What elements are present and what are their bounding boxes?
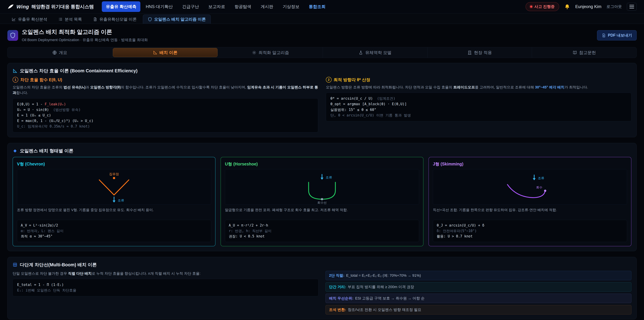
pdf-export-icon	[602, 33, 606, 38]
collection-point-dot	[113, 177, 115, 179]
tab-spill-analysis[interactable]: 유출유 확산분석	[7, 15, 52, 24]
section-tab-overview[interactable]: 개요	[8, 47, 112, 58]
multiboom-title: 다단계 차단선(Multi-Boom) 배치 이론	[12, 262, 632, 268]
u-boom-formula-block: A_U = π·r²/2 + 2r·h r: 반경, h: 직선부 길이 권장:…	[225, 220, 419, 242]
sub-tabbar: 유출유 확산분석 분석 목록 유출유확산모델 이론 오일펜스 배치 알고리즘 이…	[0, 14, 644, 24]
nav-item-weather[interactable]: 기상정보	[278, 1, 304, 12]
multiboom-left-column: 단일 오일펜스로 차단 불가한 경우 직렬 다단 배치로 누적 차단 효율을 향…	[12, 271, 318, 296]
user-name[interactable]: Eunjeong Kim	[575, 4, 602, 9]
menu-button[interactable]	[627, 3, 636, 11]
grid-icon	[12, 262, 18, 267]
section-tab-deployment-theory[interactable]: 배치 이론	[113, 48, 218, 57]
current-label: 조류	[118, 199, 124, 202]
document-icon	[93, 17, 97, 22]
brand[interactable]: Wing 해양환경 위기대응 통합시스템	[8, 3, 94, 10]
brand-name: Wing	[16, 4, 29, 10]
chart-icon	[12, 17, 16, 22]
nav-item-integrated-search[interactable]: 통합조회	[305, 1, 330, 12]
j-boom-diagram: 조류 회수	[433, 169, 627, 205]
j-boom-title: J형 (Skimming)	[433, 161, 627, 167]
section-tab-optimization-algorithm[interactable]: 최적화 알고리즘	[218, 47, 323, 58]
optimal-angle-formula-block: θ* = arcsin(U_c / U) (임계조건) θ_opt = argm…	[326, 93, 632, 121]
logout-button[interactable]: 로그아웃	[606, 4, 622, 9]
containment-efficiency-title: 오일펜스 차단 효율 이론 (Boom Containment Efficien…	[12, 68, 632, 74]
note-two-stage-series: 2단 직렬: E_total = E₁+E₂-E₁·E₂ (예: 70%+70%…	[326, 271, 632, 280]
nav-item-board[interactable]: 게시판	[256, 1, 277, 12]
efficiency-function-formula-block: E(θ,U) = 1 - F_leak(Uₙ) Uₙ = U · sin(θ) …	[12, 98, 318, 133]
nav-item-hns[interactable]: HNS·대기확산	[142, 1, 177, 12]
tab-boom-algorithm-theory[interactable]: 오일펜스 배치 알고리즘 이론	[143, 15, 211, 24]
flask-icon	[358, 50, 363, 55]
triangle-ruler-icon	[153, 50, 158, 55]
triangle-ruler-icon	[12, 69, 18, 73]
gear-icon	[252, 50, 256, 55]
page-header-text: 오일펜스 배치 최적화 알고리즘 이론 Oil Boom Deployment …	[22, 28, 148, 43]
u-boom-diagram: 조류 회수선	[225, 169, 419, 205]
globe-icon	[52, 50, 57, 55]
bell-icon[interactable]	[564, 4, 570, 10]
app-title: 해양환경 위기대응 통합시스템	[31, 4, 94, 10]
nav-item-aerial-search[interactable]: 항공탐색	[230, 1, 255, 12]
boom-shapes-card: 오일펜스 배치 형태별 이론 V형 (Chevron) 집유점 조류 조류 방향…	[8, 143, 636, 251]
current-label: 조류	[326, 176, 332, 179]
efficiency-function-heading: 1 차단 효율 함수 E(θ, U)	[12, 77, 318, 83]
circled-number-1: 1	[12, 77, 18, 83]
wing-logo-icon	[8, 3, 14, 10]
section-tab-field-application[interactable]: 현장 적용	[428, 47, 532, 58]
pdf-export-button[interactable]: PDF 내보내기	[597, 30, 636, 41]
v-boom-title: V형 (Chevron)	[17, 161, 211, 167]
multiboom-notes: 2단 직렬: E_total = E₁+E₂-E₁·E₂ (예: 70%+70%…	[326, 271, 632, 314]
u-boom-title: U형 (Horseshoe)	[225, 161, 419, 167]
page-shield-icon	[8, 30, 18, 41]
note-stage-spacing: 단간 거리: 부표 집적 방지를 위해 ≥ 200m 이격 권장	[326, 282, 632, 292]
diamond-icon	[12, 149, 18, 153]
shield-icon	[148, 17, 152, 22]
current-label: 조류	[538, 176, 544, 180]
optimal-angle-column: 2 최적 방향각 θ* 산정 오일펜스 방향은 조류 방향에 따라 최적화됩니다…	[326, 77, 632, 132]
incident-status-label: 사고 진행중	[534, 4, 554, 9]
page-title: 오일펜스 배치 최적화 알고리즘 이론	[22, 28, 148, 36]
note-tidal-change: 조석 변환: 창조/낙조 전환 시 오일펜스 방향 재조정 필요	[326, 305, 632, 314]
recovery-vessel-label: 회수선	[317, 201, 326, 204]
skimming-point-dot	[544, 190, 546, 192]
j-boom-card: J형 (Skimming) 조류 회수 직선+곡선 조합. 기름을 한쪽으로 편…	[428, 157, 632, 246]
v-boom-description: 조류 방향 정면에서 양옆으로 펼친 V형. 기름을 중앙 집유점으로 유도. …	[17, 207, 211, 218]
multiboom-paragraph: 단일 오일펜스로 차단 불가한 경우 직렬 다단 배치로 누적 차단 효율을 향…	[12, 271, 318, 276]
nav-item-rescue[interactable]: 긴급구난	[178, 1, 203, 12]
nav-item-spill-prediction[interactable]: 유출유 확산예측	[102, 1, 140, 12]
nav-item-reports[interactable]: 보고자료	[204, 1, 229, 12]
multiboom-formula-block: E_total = 1 - Π (1-Eᵢ) Eᵢ: i번째 오일펜스 단독 차…	[12, 279, 318, 296]
section-tabs: 개요 배치 이론 최적화 알고리즘 유체역학 모델 현장 적용 참고문헌	[8, 47, 636, 58]
u-boom-description: 말굽형으로 기름을 완전 포위. 폐쇄형 구조로 회수 효율 최고. 저조류 해…	[225, 207, 419, 218]
incident-status-badge[interactable]: 사고 진행중	[526, 2, 559, 11]
tab-analysis-list[interactable]: 분석 목록	[54, 15, 87, 24]
v-boom-lines	[99, 180, 129, 195]
building-icon	[468, 50, 472, 55]
v-boom-formula-block: A_V = L²·sin(2α)/2 α: 반개각, L: 펜스 길이 최적 α…	[17, 220, 211, 242]
skimming-point-label: 회수	[536, 186, 542, 189]
list-icon	[58, 17, 63, 22]
multiboom-card: 다단계 차단선(Multi-Boom) 배치 이론 단일 오일펜스로 차단 불가…	[8, 257, 636, 319]
tab-diffusion-model-theory[interactable]: 유출유확산모델 이론	[88, 15, 142, 24]
v-boom-card: V형 (Chevron) 집유점 조류 조류 방향 정면에서 양옆으로 펼친 V…	[12, 157, 216, 246]
optimal-angle-paragraph: 오일펜스 방향은 조류 방향에 따라 최적화됩니다. 차단 면적과 오일 수집 …	[326, 85, 632, 90]
menu-icon	[630, 5, 634, 5]
section-tab-references[interactable]: 참고문헌	[532, 47, 636, 58]
j-boom-description: 직선+곡선 조합. 기름을 한쪽으로 편향 유도하여 집유. 강조류·연안 배치…	[433, 207, 627, 218]
circled-number-2: 2	[326, 77, 332, 83]
v-boom-diagram: 집유점 조류	[17, 169, 211, 205]
note-deployment-priority: 배치 우선순위: ESI 고등급 구역 보호 → 취수원 → 어항 순	[326, 294, 632, 303]
boom-shapes-title: 오일펜스 배치 형태별 이론	[12, 148, 632, 154]
section-tab-hydrodynamics-model[interactable]: 유체역학 모델	[323, 47, 428, 58]
alert-dot-icon	[530, 6, 532, 8]
book-icon	[572, 50, 577, 55]
page-header: 오일펜스 배치 최적화 알고리즘 이론 Oil Boom Deployment …	[0, 24, 644, 47]
page-subtitle: Oil Boom Deployment Optimization · 유출유 확…	[22, 38, 148, 43]
u-boom-line	[308, 182, 336, 199]
topnav-right: 사고 진행중 Eunjeong Kim 로그아웃	[526, 2, 636, 11]
efficiency-function-column: 1 차단 효율 함수 E(θ, U) 오일펜스의 차단 효율은 조류의 법선 유…	[12, 77, 318, 132]
optimal-angle-heading: 2 최적 방향각 θ* 산정	[326, 77, 632, 83]
main-nav: 유출유 확산예측 HNS·대기확산 긴급구난 보고자료 항공탐색 게시판 기상정…	[102, 1, 330, 12]
u-boom-card: U형 (Horseshoe) 조류 회수선 말굽형으로 기름을 완전 포위. 폐…	[220, 157, 424, 246]
top-navbar: Wing 해양환경 위기대응 통합시스템 유출유 확산예측 HNS·대기확산 긴…	[0, 0, 644, 14]
